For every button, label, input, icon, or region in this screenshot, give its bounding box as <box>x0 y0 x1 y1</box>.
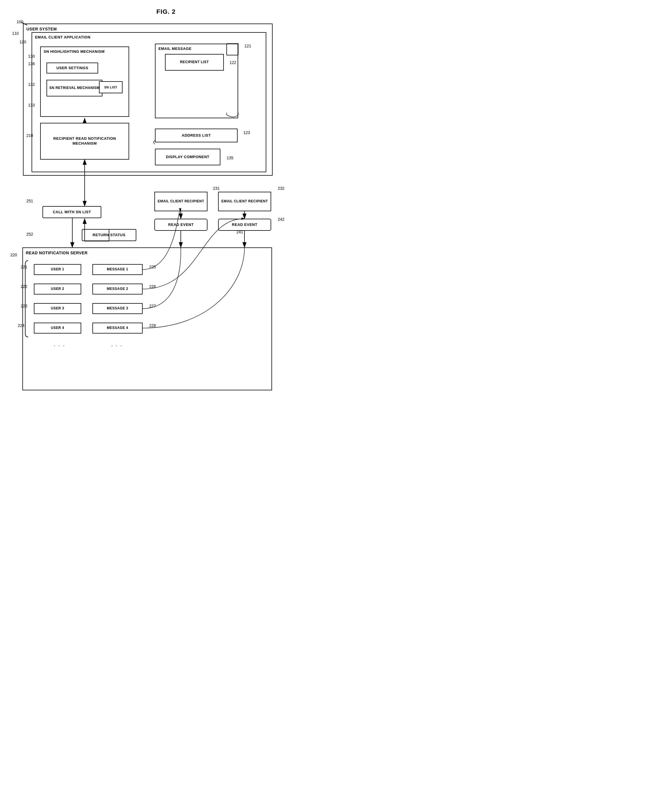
ref-110: 110 <box>12 31 19 36</box>
ref-251: 251 <box>26 199 33 203</box>
email-client-recipient2-box: EMAIL CLIENT RECIPIENT <box>218 192 271 211</box>
message1-box: MESSAGE 1 <box>93 264 143 275</box>
message3-box: MESSAGE 3 <box>93 303 143 314</box>
ref-227: 227 <box>149 304 156 308</box>
message2-box: MESSAGE 2 <box>93 284 143 295</box>
user1-box: USER 1 <box>34 264 81 275</box>
user3-box: USER 3 <box>34 303 81 314</box>
ref-231: 231 <box>213 186 220 191</box>
ref-252: 252 <box>26 232 33 236</box>
ref-122: 122 <box>229 60 236 65</box>
ref-132: 132 <box>28 82 35 87</box>
ref-120: 120 <box>20 40 26 44</box>
ref-221: 221 <box>21 265 27 269</box>
ref-135: 135 <box>227 156 233 160</box>
ref-232: 232 <box>278 186 284 191</box>
ref-242: 242 <box>278 217 284 222</box>
diagram-container: FIG. 2 100 USER SYSTEM 110 EMAIL CLIENT … <box>0 0 332 406</box>
read-event2-box: READ EVENT <box>218 219 271 231</box>
ellipsis-user: . . . <box>54 342 65 347</box>
user2-box: USER 2 <box>34 284 81 295</box>
user-settings-box: USER SETTINGS <box>47 63 98 73</box>
ellipsis-message: . . . <box>111 342 123 347</box>
sn-list-box: SN LIST <box>99 81 122 93</box>
ref-220: 220 <box>10 253 17 257</box>
recipient-read-box: RECIPIENT READ NOTIFICATION MECHANISM <box>40 123 129 160</box>
ref-210: 210 <box>26 133 33 138</box>
ref-133: 133 <box>28 103 35 108</box>
ref-130: 130 <box>28 54 35 59</box>
user4-box: USER 4 <box>34 323 81 334</box>
ref-100: 100 <box>17 20 23 24</box>
read-event1-box: READ EVENT <box>155 219 207 231</box>
ref-224: 224 <box>18 323 24 328</box>
ref-121: 121 <box>244 44 251 48</box>
ref-136: 136 <box>28 62 35 66</box>
address-list-box: ADDRESS LIST <box>155 129 238 142</box>
sn-retrieval-box: SN RETRIEVAL MECHANISM <box>47 80 103 96</box>
ref-226: 226 <box>149 284 156 289</box>
message4-box: MESSAGE 4 <box>93 323 143 334</box>
ref-228: 228 <box>149 323 156 328</box>
ref-241: 241 <box>236 230 243 234</box>
ref-225: 225 <box>149 265 156 269</box>
display-component-box: DISPLAY COMPONENT <box>155 149 220 165</box>
ref-123: 123 <box>243 130 250 135</box>
email-client-recipient1-box: EMAIL CLIENT RECIPIENT <box>155 192 207 211</box>
ref-223: 223 <box>21 304 27 308</box>
recipient-list-box: RECIPIENT LIST <box>165 54 224 71</box>
fig-title: FIG. 2 <box>0 3 332 16</box>
ref-222: 222 <box>21 284 27 289</box>
return-status-box: RETURN STATUS <box>82 229 136 241</box>
call-with-sn-box: CALL WITH SN LIST <box>42 206 101 218</box>
